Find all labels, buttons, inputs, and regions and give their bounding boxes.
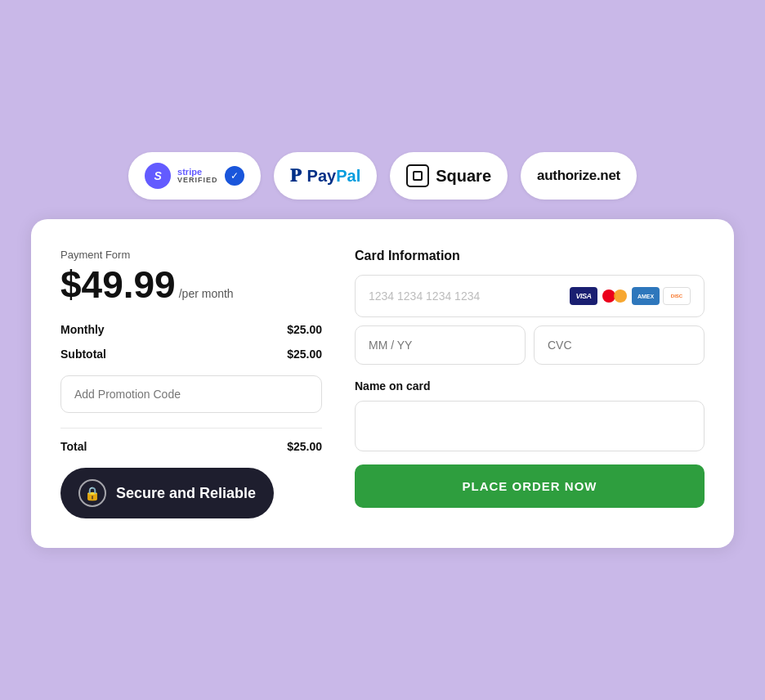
- amex-logo: AMEX: [632, 287, 660, 305]
- square-icon: [406, 164, 429, 187]
- promo-code-input[interactable]: [60, 375, 322, 413]
- secure-badge: 🔒 Secure and Reliable: [60, 468, 274, 518]
- secure-text: Secure and Reliable: [116, 485, 256, 502]
- cvc-field[interactable]: [534, 325, 705, 365]
- monthly-value: $25.00: [287, 323, 322, 336]
- paypal-p-icon: 𝐏: [290, 165, 301, 186]
- subtotal-label: Subtotal: [60, 348, 106, 361]
- right-panel: Card Information 1234 1234 1234 1234 VIS…: [355, 249, 705, 518]
- card-logos: VISA AMEX DISC: [570, 287, 691, 305]
- divider: [60, 428, 322, 429]
- paypal-badge: 𝐏 PayPal: [274, 152, 378, 200]
- cvc-input[interactable]: [548, 339, 691, 352]
- square-badge: Square: [390, 152, 508, 200]
- price-period: /per month: [179, 287, 234, 300]
- price-display: $49.99 /per month: [60, 266, 322, 303]
- paypal-label: PayPal: [307, 167, 361, 186]
- name-on-card-input[interactable]: [355, 401, 705, 451]
- card-info-title: Card Information: [355, 249, 705, 263]
- subtotal-line-item: Subtotal $25.00: [60, 348, 322, 361]
- stripe-badge: S stripe VERIFIED ✓: [128, 152, 261, 200]
- lock-icon-circle: 🔒: [78, 479, 106, 507]
- total-row: Total $25.00: [60, 440, 322, 453]
- mastercard-logo: [601, 287, 629, 305]
- authnet-label: authorize.net: [537, 168, 620, 184]
- stripe-text: stripe VERIFIED: [177, 167, 218, 185]
- mc-right-circle: [614, 289, 627, 303]
- subtotal-value: $25.00: [287, 348, 322, 361]
- monthly-label: Monthly: [60, 323, 105, 336]
- total-value: $25.00: [287, 440, 322, 453]
- expiry-input[interactable]: [369, 339, 512, 352]
- payment-card: Payment Form $49.99 /per month Monthly $…: [31, 219, 734, 548]
- lock-icon: 🔒: [84, 486, 101, 501]
- payment-form-label: Payment Form: [60, 249, 322, 261]
- expiry-field[interactable]: [355, 325, 526, 365]
- left-panel: Payment Form $49.99 /per month Monthly $…: [60, 249, 355, 518]
- card-number-placeholder: 1234 1234 1234 1234: [369, 289, 480, 303]
- square-inner-icon: [413, 171, 423, 181]
- expiry-cvc-row: [355, 325, 705, 365]
- promo-input-wrapper[interactable]: [60, 375, 322, 413]
- page-wrapper: S stripe VERIFIED ✓ 𝐏 PayPal Square auth…: [31, 152, 734, 548]
- authnet-badge: authorize.net: [521, 152, 637, 200]
- badges-row: S stripe VERIFIED ✓ 𝐏 PayPal Square auth…: [31, 152, 734, 200]
- name-on-card-label: Name on card: [355, 379, 705, 393]
- card-number-field[interactable]: 1234 1234 1234 1234 VISA AMEX DISC: [355, 275, 705, 317]
- square-label: Square: [436, 167, 491, 186]
- stripe-icon: S: [145, 163, 171, 189]
- monthly-line-item: Monthly $25.00: [60, 323, 322, 336]
- checkmark-icon: ✓: [225, 166, 244, 186]
- discover-logo: DISC: [663, 287, 691, 305]
- price-main: $49.99: [60, 266, 176, 303]
- place-order-button[interactable]: PLACE ORDER NOW: [355, 464, 705, 508]
- visa-logo: VISA: [570, 287, 597, 305]
- stripe-verified: VERIFIED: [177, 177, 218, 185]
- total-label: Total: [60, 440, 87, 453]
